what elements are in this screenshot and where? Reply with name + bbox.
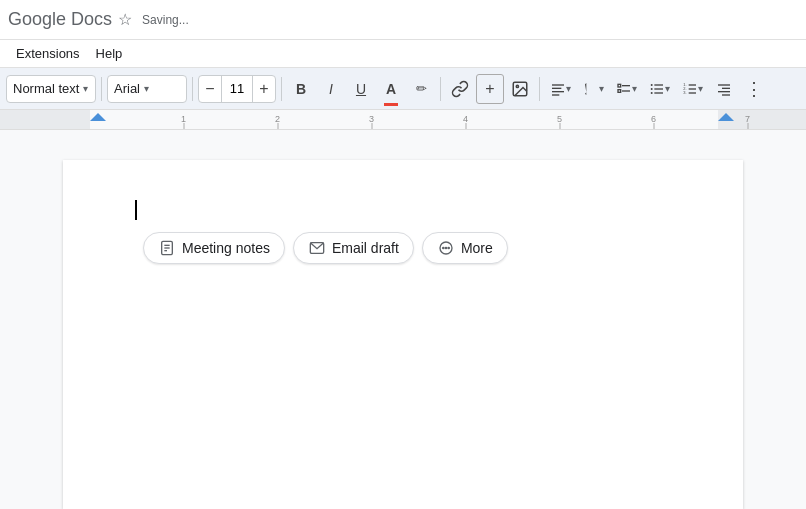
svg-text:5: 5 [557,114,562,124]
increase-font-size-button[interactable]: + [253,75,275,103]
svg-rect-6 [618,84,621,87]
chip-label-meeting-notes: Meeting notes [182,240,270,256]
svg-text:7: 7 [745,114,750,124]
ai-suggestion-chips: Meeting notesEmail draftMore [143,232,671,264]
svg-text:1: 1 [181,114,186,124]
image-button[interactable] [506,74,534,104]
style-arrow: ▾ [83,83,88,94]
svg-text:4: 4 [463,114,468,124]
text-cursor [135,200,137,220]
svg-rect-23 [718,84,730,85]
svg-text:2: 2 [275,114,280,124]
chip-meeting-notes[interactable]: Meeting notes [143,232,285,264]
svg-point-13 [651,88,653,90]
link-button[interactable] [446,74,474,104]
line-spacing-button[interactable]: ▾ [578,74,609,104]
align-button[interactable]: ▾ [545,74,576,104]
more-options-button[interactable]: ⋮ [740,74,768,104]
insert-button[interactable]: + [476,74,504,104]
svg-rect-2 [552,84,564,85]
chip-icon-meeting-notes [158,239,176,257]
font-size-control: − + [198,75,276,103]
menu-bar: Extensions Help [0,40,806,68]
document-area: Meeting notesEmail draftMore [0,130,806,509]
toolbar: Normal text ▾ Arial ▾ − + B I U A ✏ + [0,68,806,110]
app-title: Google Docs [8,9,112,30]
bullet-list-button[interactable]: ▾ [644,74,675,104]
chip-icon-email-draft [308,239,326,257]
chip-email-draft[interactable]: Email draft [293,232,414,264]
highlight-button[interactable]: ✏ [407,74,435,104]
font-size-input[interactable] [221,75,253,103]
top-bar: Google Docs ☆ Saving... [0,0,806,40]
menu-help[interactable]: Help [88,44,131,63]
ruler-inner: 1 2 3 4 5 6 7 [0,110,806,129]
underline-button[interactable]: U [347,74,375,104]
ruler: 1 2 3 4 5 6 7 [0,110,806,130]
svg-text:3: 3 [369,114,374,124]
divider-5 [539,77,540,101]
svg-rect-24 [722,87,730,88]
svg-rect-28 [0,110,90,129]
svg-point-54 [448,247,449,248]
numbered-list-button[interactable]: 1.2.3. ▾ [677,74,708,104]
font-label: Arial [114,81,140,96]
divider-3 [281,77,282,101]
svg-rect-4 [552,91,564,92]
saving-indicator: Saving... [142,13,189,27]
style-label: Normal text [13,81,79,96]
divider-1 [101,77,102,101]
italic-button[interactable]: I [317,74,345,104]
svg-point-11 [651,84,653,86]
text-color-button[interactable]: A [377,74,405,104]
chip-more[interactable]: More [422,232,508,264]
checklist-button[interactable]: ▾ [611,74,642,104]
chip-label-email-draft: Email draft [332,240,399,256]
menu-extensions[interactable]: Extensions [8,44,88,63]
document-page[interactable]: Meeting notesEmail draftMore [63,160,743,509]
svg-rect-3 [552,87,561,88]
decrease-font-size-button[interactable]: − [199,75,221,103]
svg-rect-5 [552,94,559,95]
svg-rect-25 [718,91,730,92]
chip-label-more: More [461,240,493,256]
chip-icon-more [437,239,455,257]
svg-point-52 [443,247,444,248]
style-select[interactable]: Normal text ▾ [6,75,96,103]
divider-4 [440,77,441,101]
star-icon[interactable]: ☆ [118,10,132,29]
svg-point-15 [651,92,653,94]
svg-point-53 [445,247,446,248]
svg-rect-9 [618,89,621,92]
svg-point-1 [516,85,518,87]
divider-2 [192,77,193,101]
svg-rect-27 [0,110,806,129]
svg-text:3.: 3. [683,90,686,95]
bold-button[interactable]: B [287,74,315,104]
indent-button[interactable] [710,74,738,104]
svg-rect-26 [722,94,730,95]
svg-text:6: 6 [651,114,656,124]
font-select[interactable]: Arial ▾ [107,75,187,103]
font-arrow: ▾ [144,83,149,94]
